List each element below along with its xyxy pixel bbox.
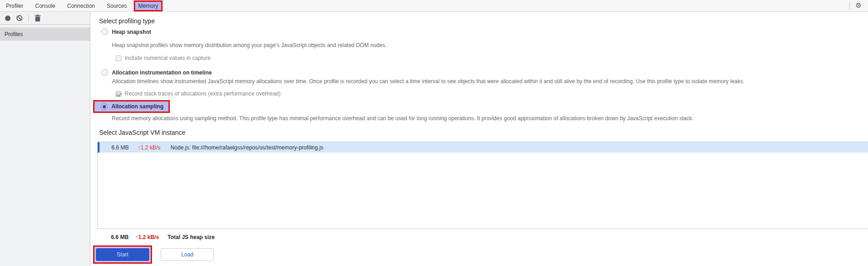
sidebar-item-profiles[interactable]: Profiles bbox=[0, 27, 90, 41]
load-button[interactable]: Load bbox=[161, 248, 214, 261]
record-icon[interactable] bbox=[5, 16, 11, 21]
checkbox-checked-icon[interactable] bbox=[116, 91, 121, 97]
gear-icon[interactable]: ⚙ bbox=[856, 2, 862, 9]
sidebar: Profiles bbox=[0, 12, 90, 266]
profiling-type-heading: Select profiling type bbox=[99, 17, 155, 25]
radio-label[interactable]: Allocation instrumentation on timeline bbox=[112, 69, 212, 76]
toolbar-divider bbox=[849, 2, 850, 10]
vm-row-heap-size: 6.6 MB bbox=[111, 144, 129, 151]
vm-row-instance-name: Node.js: file:///home/rafaelgss/repos/os… bbox=[170, 144, 323, 151]
toolbar-separator bbox=[28, 15, 29, 22]
trash-icon[interactable] bbox=[35, 15, 41, 21]
tab-memory[interactable]: Memory bbox=[134, 0, 163, 11]
radio-label[interactable]: Heap snapshot bbox=[112, 29, 151, 35]
radio-icon[interactable] bbox=[101, 69, 108, 76]
tabbar-right-controls: ⚙ bbox=[849, 2, 868, 10]
annotation-box-start-button: Start bbox=[93, 245, 152, 264]
annotation-box-allocation-sampling: Allocation sampling bbox=[93, 100, 170, 113]
heap-snapshot-description: Heap snapshot profiles show memory distr… bbox=[112, 42, 387, 48]
tab-profiler[interactable]: Profiler bbox=[0, 0, 29, 11]
vm-instance-heading: Select JavaScript VM instance bbox=[99, 129, 185, 136]
vm-row-allocation-rate: ↑1.2 kB/s bbox=[138, 144, 160, 151]
total-heap-size-value: 6.6 MB bbox=[111, 234, 129, 240]
allocation-timeline-description: Allocation timelines show instrumented J… bbox=[112, 78, 744, 85]
checkbox-label: Include numerical values in capture bbox=[125, 55, 210, 61]
tab-bar: Profiler Console Connection Sources Memo… bbox=[0, 0, 868, 12]
memory-panel-content: Select profiling type Heap snapshot Heap… bbox=[90, 12, 868, 266]
radio-selected-icon[interactable] bbox=[101, 103, 108, 110]
clear-icon[interactable] bbox=[16, 15, 22, 21]
checkbox-record-stack-traces[interactable]: Record stack traces of allocations (extr… bbox=[116, 90, 281, 97]
tab-sources[interactable]: Sources bbox=[101, 0, 133, 11]
checkbox-label: Record stack traces of allocations (extr… bbox=[125, 90, 281, 97]
profiles-label: Profiles bbox=[5, 31, 23, 37]
radio-label-allocation-sampling[interactable]: Allocation sampling bbox=[111, 103, 163, 110]
tab-connection[interactable]: Connection bbox=[61, 0, 101, 11]
tab-console[interactable]: Console bbox=[29, 0, 61, 11]
radio-option-heap-snapshot[interactable]: Heap snapshot bbox=[101, 28, 151, 35]
start-button[interactable]: Start bbox=[96, 248, 149, 261]
total-allocation-rate: ↑1.2 kB/s bbox=[136, 234, 159, 240]
vm-instance-row[interactable]: 6.6 MB ↑1.2 kB/s Node.js: file:///home/r… bbox=[98, 142, 868, 153]
radio-option-allocation-timeline[interactable]: Allocation instrumentation on timeline bbox=[101, 69, 212, 76]
checkbox-icon[interactable] bbox=[116, 55, 121, 61]
devtools-memory-panel: Profiler Console Connection Sources Memo… bbox=[0, 0, 868, 266]
total-heap-size-label: Total JS heap size bbox=[168, 234, 215, 240]
heap-total-summary: 6.6 MB ↑1.2 kB/s Total JS heap size bbox=[111, 234, 215, 240]
profiler-toolbar bbox=[0, 12, 90, 25]
checkbox-include-numerical-values[interactable]: Include numerical values in capture bbox=[116, 55, 210, 61]
vm-instance-table: 6.6 MB ↑1.2 kB/s Node.js: file:///home/r… bbox=[97, 142, 868, 229]
radio-icon[interactable] bbox=[101, 28, 108, 35]
allocation-sampling-description: Record memory allocations using sampling… bbox=[112, 115, 694, 122]
